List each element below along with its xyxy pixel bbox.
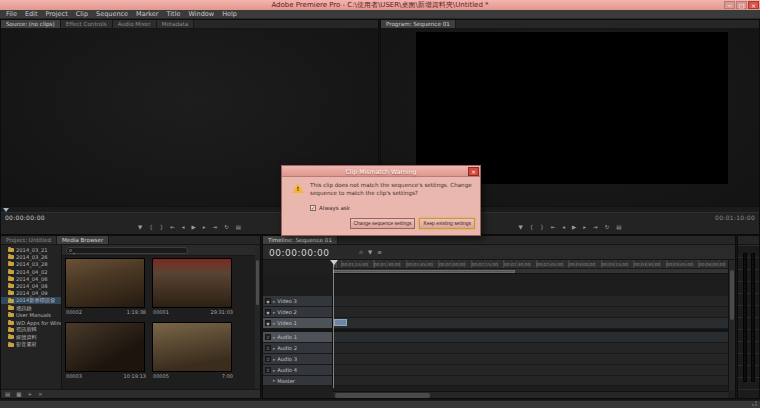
- collapse-icon[interactable]: ▸: [273, 346, 275, 351]
- clear-icon[interactable]: ×: [38, 390, 43, 399]
- panel-menu-icon[interactable]: ≡: [377, 249, 382, 255]
- step-back-icon[interactable]: ◂: [182, 222, 185, 233]
- tree-item[interactable]: 2014_04_09: [1, 290, 61, 297]
- collapse-icon[interactable]: ▸: [273, 310, 275, 315]
- scrollbar-thumb[interactable]: [335, 393, 430, 398]
- add-marker-icon[interactable]: ▼: [138, 222, 142, 233]
- mark-out-icon[interactable]: }: [540, 222, 544, 233]
- track-lane-video-1[interactable]: [333, 318, 728, 329]
- export-frame-icon[interactable]: ▤: [616, 222, 621, 233]
- tab-audio-mixer[interactable]: Audio Mixer: [113, 20, 157, 28]
- step-forward-icon[interactable]: ▸: [583, 222, 586, 233]
- menu-window[interactable]: Window: [184, 10, 218, 19]
- add-marker-icon[interactable]: ▼: [518, 222, 522, 233]
- checkbox-check-icon[interactable]: ✓: [310, 205, 316, 211]
- tree-item[interactable]: User Manuals: [1, 312, 61, 319]
- tree-item-selected[interactable]: 2014新春聯誼會: [1, 297, 61, 304]
- tree-item[interactable]: 2014_04_02: [1, 268, 61, 275]
- collapse-icon[interactable]: ▸: [273, 321, 275, 326]
- media-thumbnail[interactable]: 0000310:19:13: [65, 322, 147, 379]
- snap-icon[interactable]: ∩: [359, 249, 363, 255]
- mark-out-icon[interactable]: }: [160, 222, 164, 233]
- menu-file[interactable]: File: [2, 10, 21, 19]
- tab-timeline[interactable]: Timeline: Sequence 01: [263, 236, 338, 244]
- timeline-vscrollbar[interactable]: [728, 260, 735, 391]
- play-icon[interactable]: ▶: [572, 222, 576, 233]
- playhead-line[interactable]: [333, 260, 334, 388]
- search-input[interactable]: [66, 247, 188, 254]
- resize-grip-icon[interactable]: [755, 404, 757, 406]
- time-ruler[interactable]: 00:01:00:00 00:01:15:00 00:01:30:00 00:0…: [333, 260, 728, 269]
- mark-in-icon[interactable]: {: [530, 222, 534, 233]
- tree-item[interactable]: 影音素材: [1, 341, 61, 348]
- timeline-timecode[interactable]: 00:00:00:00: [269, 248, 329, 258]
- go-to-in-icon[interactable]: ⇤: [551, 222, 556, 233]
- step-forward-icon[interactable]: ▸: [203, 222, 206, 233]
- track-header-video-1[interactable]: ◉ ▸ Video 1: [263, 318, 333, 329]
- menu-title[interactable]: Title: [163, 10, 185, 19]
- track-lane-audio-2[interactable]: [333, 343, 728, 354]
- sequence-marker-icon[interactable]: ▼: [368, 249, 372, 255]
- step-back-icon[interactable]: ◂: [562, 222, 565, 233]
- tab-project[interactable]: Project: Untitled: [1, 236, 57, 244]
- scrollbar-thumb[interactable]: [256, 260, 259, 305]
- source-current-timecode[interactable]: 00:00:00:00: [5, 214, 45, 221]
- media-thumbnail[interactable]: 000021:19:38: [65, 258, 147, 315]
- track-lane-video-3[interactable]: [333, 296, 728, 307]
- icon-view-icon[interactable]: ▦: [16, 390, 21, 399]
- collapse-icon[interactable]: ▸: [273, 335, 275, 340]
- audio-toggle-icon[interactable]: ♪: [265, 334, 271, 340]
- go-to-in-icon[interactable]: ⇤: [170, 222, 175, 233]
- audio-toggle-icon[interactable]: ♪: [265, 345, 271, 351]
- playhead-icon[interactable]: [330, 260, 338, 265]
- play-icon[interactable]: ▶: [192, 222, 196, 233]
- audio-toggle-icon[interactable]: ♪: [265, 356, 271, 362]
- program-video[interactable]: [416, 32, 728, 184]
- video-toggle-icon[interactable]: ◉: [265, 320, 271, 326]
- mark-in-icon[interactable]: {: [149, 222, 153, 233]
- menu-clip[interactable]: Clip: [72, 10, 92, 19]
- video-toggle-icon[interactable]: ◉: [265, 298, 271, 304]
- menu-help[interactable]: Help: [218, 10, 241, 19]
- loop-icon[interactable]: ↻: [224, 222, 229, 233]
- tree-item[interactable]: 2014_04_06: [1, 275, 61, 282]
- go-to-out-icon[interactable]: ⇥: [213, 222, 218, 233]
- titlebar[interactable]: Adobe Premiere Pro - C:\使用者\USER\桌面\新增資料…: [0, 0, 760, 10]
- collapse-icon[interactable]: ▸: [273, 299, 275, 304]
- video-toggle-icon[interactable]: ◉: [265, 309, 271, 315]
- media-thumbnail[interactable]: 000057:00: [152, 322, 234, 379]
- minimize-button[interactable]: ─: [724, 1, 735, 9]
- collapse-icon[interactable]: ▸: [273, 378, 275, 383]
- audio-toggle-icon[interactable]: ♪: [265, 367, 271, 373]
- media-thumbnail[interactable]: 0000129:31:03: [152, 258, 234, 315]
- timeline-hscrollbar[interactable]: [333, 391, 728, 398]
- track-lane-audio-3[interactable]: [333, 354, 728, 365]
- track-lane-video-2[interactable]: [333, 307, 728, 318]
- tab-metadata[interactable]: Metadata: [157, 20, 195, 28]
- tree-item[interactable]: 通訊錄: [1, 304, 61, 311]
- tree-item[interactable]: 2014_03_28: [1, 261, 61, 268]
- track-header-audio-2[interactable]: ♪ ▸ Audio 2: [263, 343, 333, 354]
- dialog-titlebar[interactable]: Clip Mismatch Warning: [282, 166, 480, 177]
- track-header-audio-1[interactable]: ♪ ▸ Audio 1: [263, 332, 333, 343]
- track-lane-audio-4[interactable]: [333, 365, 728, 376]
- source-playhead-icon[interactable]: [3, 208, 9, 212]
- loop-icon[interactable]: ↻: [605, 222, 610, 233]
- menu-edit[interactable]: Edit: [21, 10, 42, 19]
- tree-item[interactable]: 媒體資料: [1, 334, 61, 341]
- track-lane-master[interactable]: [333, 376, 728, 386]
- track-header-audio-3[interactable]: ♪ ▸ Audio 3: [263, 354, 333, 365]
- project-scrollbar[interactable]: [255, 245, 260, 389]
- track-header-master[interactable]: ▸ Master: [263, 376, 333, 386]
- tree-item[interactable]: 2014_04_08: [1, 282, 61, 289]
- tab-effect-controls[interactable]: Effect Controls: [61, 20, 113, 28]
- menu-sequence[interactable]: Sequence: [92, 10, 132, 19]
- track-header-video-2[interactable]: ◉ ▸ Video 2: [263, 307, 333, 318]
- export-frame-icon[interactable]: ▤: [236, 222, 241, 233]
- dialog-close-button[interactable]: ×: [468, 167, 479, 176]
- work-area-segment[interactable]: [333, 270, 515, 273]
- tab-media-browser[interactable]: Media Browser: [57, 236, 109, 244]
- scrollbar-thumb[interactable]: [730, 270, 734, 320]
- change-sequence-settings-button[interactable]: Change sequence settings: [350, 218, 416, 229]
- collapse-icon[interactable]: ▸: [273, 368, 275, 373]
